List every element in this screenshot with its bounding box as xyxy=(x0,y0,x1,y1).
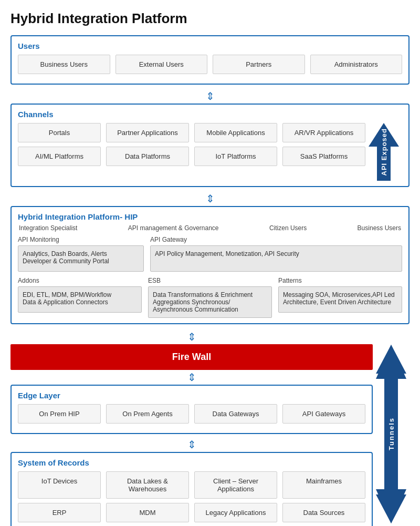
channels-section: Channels Portals Partner Applications Mo… xyxy=(10,104,410,187)
page-title: Hybrid Integration Platform xyxy=(10,11,410,27)
card-mainframes: Mainframes xyxy=(282,471,365,499)
hip-section: Hybrid Integration Platform- HIP Integra… xyxy=(10,206,410,324)
users-card-row: Business Users External Users Partners A… xyxy=(18,55,402,74)
hip-esb-col: ESB Data Transformations & Enrichment Ag… xyxy=(148,277,272,318)
esb-card: Data Transformations & Enrichment Aggreg… xyxy=(148,286,272,318)
card-arvr-apps: AR/VR Applications xyxy=(282,123,365,142)
connector-2: ⇕ xyxy=(10,192,410,205)
addons-card: EDI, ETL, MDM, BPM/Workflow Data & Appli… xyxy=(18,286,142,313)
firewall-label: Fire Wall xyxy=(172,352,211,362)
hip-addons-col: Addons EDI, ETL, MDM, BPM/Workflow Data … xyxy=(18,277,142,318)
gateway-card: API Policy Management, Monetization, API… xyxy=(150,245,402,272)
addons-label: Addons xyxy=(18,277,142,284)
users-title: Users xyxy=(18,42,402,50)
hip-title: Hybrid Integration Platform- HIP xyxy=(18,212,402,221)
users-section: Users Business Users External Users Part… xyxy=(10,35,410,85)
connector-3: ⇕ xyxy=(10,331,373,343)
card-on-prem-agents: On Prem Agents xyxy=(106,404,189,424)
card-iot-devices: IoT Devices xyxy=(18,471,101,499)
role-business: Business Users xyxy=(358,224,401,232)
esb-label: ESB xyxy=(148,277,272,284)
hip-gateway-col: API Gateway API Policy Management, Monet… xyxy=(150,236,402,272)
card-partner-apps: Partner Applications xyxy=(106,123,189,142)
hip-monitoring-col: API Monitoring Analytics, Dash Boards, A… xyxy=(18,236,144,272)
role-citizen: Citizen Users xyxy=(269,224,307,232)
card-client-server: Client – Server Applications xyxy=(194,471,277,499)
api-exposed-label: API Exposed xyxy=(380,128,388,176)
card-data-platforms: Data Platforms xyxy=(106,147,189,166)
card-portals: Portals xyxy=(18,123,101,142)
channels-cards: Portals Partner Applications Mobile Appl… xyxy=(18,123,365,181)
connector-5: ⇕ xyxy=(10,438,373,451)
connector-4: ⇕ xyxy=(10,371,373,384)
channels-row1: Portals Partner Applications Mobile Appl… xyxy=(18,123,365,142)
firewall-bar: Fire Wall xyxy=(10,344,373,370)
tunnels-arrow: Tunnels xyxy=(376,345,406,523)
sor-row2: ERP MDM Legacy Applications Data Sources xyxy=(18,503,365,522)
sor-row1: IoT Devices Data Lakes & Warehouses Clie… xyxy=(18,471,365,499)
addons-content: EDI, ETL, MDM, BPM/Workflow Data & Appli… xyxy=(23,291,111,306)
connector-1: ⇕ xyxy=(10,90,410,102)
tunnels-label: Tunnels xyxy=(387,417,395,450)
card-aiml-platforms: AI/ML Platforms xyxy=(18,147,101,166)
role-api-mgmt: API management & Governance xyxy=(128,224,219,232)
patterns-card: Messaging SOA, Microservices,API Led Arc… xyxy=(278,286,402,313)
monitoring-card: Analytics, Dash Boards, Alerts Developer… xyxy=(18,245,144,272)
api-arrow-container: API Exposed xyxy=(365,123,402,181)
card-administrators: Administrators xyxy=(310,55,403,74)
channels-title: Channels xyxy=(18,110,402,119)
card-erp: ERP xyxy=(18,503,101,522)
patterns-label: Patterns xyxy=(278,277,402,284)
hip-patterns-col: Patterns Messaging SOA, Microservices,AP… xyxy=(278,277,402,318)
channels-wrapper: Portals Partner Applications Mobile Appl… xyxy=(18,123,402,181)
edge-card-row: On Prem HIP On Prem Agents Data Gateways… xyxy=(18,404,365,424)
hip-roles: Integration Specialist API management & … xyxy=(18,224,402,232)
card-iot-platforms: IoT Platforms xyxy=(194,147,277,166)
sor-section: System of Records IoT Devices Data Lakes… xyxy=(10,452,373,526)
tunnels-arrow-container: Tunnels xyxy=(373,329,410,526)
monitoring-label: API Monitoring xyxy=(18,236,144,243)
firewall-tunnels-row: ⇕ Fire Wall ⇕ Edge Layer On Prem HIP On … xyxy=(10,329,410,526)
card-saas-platforms: SaaS Platforms xyxy=(282,147,365,166)
gateway-content: API Policy Management, Monetization, API… xyxy=(155,250,299,257)
card-mdm: MDM xyxy=(106,503,189,522)
card-partners: Partners xyxy=(213,55,305,74)
firewall-col: ⇕ Fire Wall ⇕ Edge Layer On Prem HIP On … xyxy=(10,329,373,526)
patterns-content: Messaging SOA, Microservices,API Led Arc… xyxy=(283,291,395,306)
channels-row2: AI/ML Platforms Data Platforms IoT Platf… xyxy=(18,147,365,166)
card-data-sources: Data Sources xyxy=(282,503,365,522)
svg-marker-4 xyxy=(376,345,406,379)
card-on-prem-hip: On Prem HIP xyxy=(18,404,101,424)
hip-grid-row1: API Monitoring Analytics, Dash Boards, A… xyxy=(18,236,402,272)
role-integration: Integration Specialist xyxy=(19,224,77,232)
esb-content: Data Transformations & Enrichment Aggreg… xyxy=(153,291,253,313)
edge-title: Edge Layer xyxy=(18,391,365,400)
card-legacy-apps: Legacy Applications xyxy=(194,503,277,522)
monitoring-content: Analytics, Dash Boards, Alerts Developer… xyxy=(23,250,109,265)
card-mobile-apps: Mobile Applications xyxy=(194,123,277,142)
gateway-label: API Gateway xyxy=(150,236,402,243)
sor-title: System of Records xyxy=(18,458,365,467)
svg-marker-5 xyxy=(376,489,406,523)
card-data-gateways: Data Gateways xyxy=(194,404,277,424)
card-data-lakes: Data Lakes & Warehouses xyxy=(106,471,189,499)
card-business-users: Business Users xyxy=(18,55,110,74)
card-external-users: External Users xyxy=(116,55,208,74)
hip-grid-row2: Addons EDI, ETL, MDM, BPM/Workflow Data … xyxy=(18,277,402,318)
card-api-gateways: API Gateways xyxy=(282,404,365,424)
api-arrow: API Exposed xyxy=(368,123,400,181)
edge-section: Edge Layer On Prem HIP On Prem Agents Da… xyxy=(10,385,373,434)
